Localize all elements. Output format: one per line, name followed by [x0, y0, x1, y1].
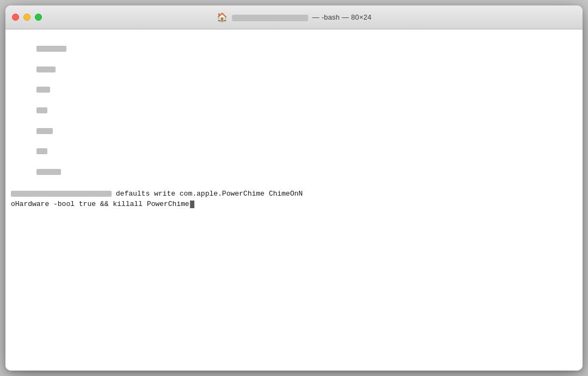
traffic-lights	[12, 14, 42, 21]
terminal-window: 🏠 — -bash — 80×24 defaults wri	[5, 5, 583, 371]
redacted-5	[36, 128, 53, 134]
redacted-4	[36, 107, 47, 113]
terminal-line-2: oHardware -bool true && killall PowerChi…	[11, 199, 577, 210]
terminal-cursor	[190, 201, 194, 208]
redacted-prefix	[11, 191, 112, 197]
maximize-button[interactable]	[35, 14, 42, 21]
title-redacted-path	[232, 15, 308, 21]
redacted-1	[36, 46, 66, 52]
redacted-3	[36, 87, 50, 93]
redacted-2	[36, 66, 56, 72]
close-button[interactable]	[12, 14, 19, 21]
terminal-body[interactable]: defaults write com.apple.PowerChime Chim…	[5, 29, 583, 371]
terminal-command-line1: defaults write com.apple.PowerChime Chim…	[112, 190, 303, 198]
terminal-line-previous	[11, 34, 577, 188]
window-title: — -bash — 80×24	[232, 13, 372, 21]
title-bar-content: 🏠 — -bash — 80×24	[217, 12, 372, 22]
home-icon: 🏠	[217, 12, 228, 22]
window-title-text: — -bash — 80×24	[312, 13, 371, 21]
terminal-line-1: defaults write com.apple.PowerChime Chim…	[11, 189, 577, 199]
minimize-button[interactable]	[23, 14, 30, 21]
terminal-command-line2: oHardware -bool true && killall PowerChi…	[11, 200, 189, 208]
redacted-7	[36, 169, 61, 175]
redacted-6	[36, 148, 47, 154]
title-bar: 🏠 — -bash — 80×24	[5, 5, 583, 29]
